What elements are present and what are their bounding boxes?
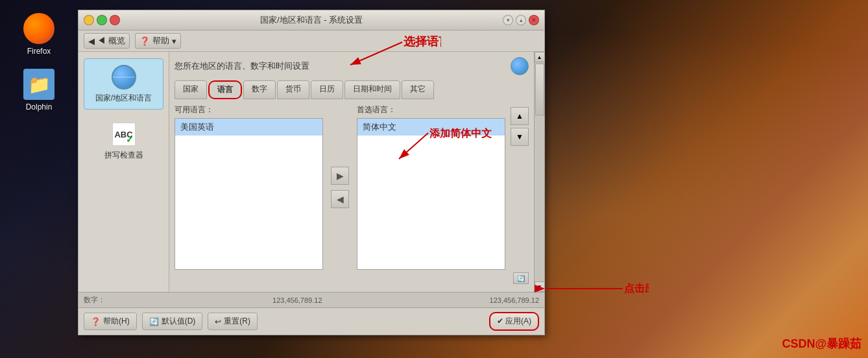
- settings-sidebar: 国家/地区和语言 ABC ✓ 拼写检查器: [78, 52, 169, 292]
- sidebar-item-spell-check[interactable]: ABC ✓ 拼写检查器: [84, 116, 163, 166]
- back-label: ◀ 概览: [97, 35, 125, 47]
- list-item-simplified-chinese[interactable]: 简体中文: [357, 119, 505, 136]
- reset-button[interactable]: ↩ 重置(R): [208, 313, 258, 330]
- main-panel: 您所在地区的语言、数字和时间设置 国家 语言 数字 货币 日历: [169, 52, 534, 292]
- right-scrollbar[interactable]: ▲ ▼: [534, 52, 544, 292]
- dialog-title: 国家/地区和语言 - 系统设置: [120, 14, 503, 26]
- help-btn-label: 帮助(H): [103, 316, 130, 327]
- scroll-down-button[interactable]: ▼: [535, 281, 545, 292]
- transfer-buttons: ▶ ◀: [328, 104, 352, 270]
- close-button[interactable]: [110, 15, 120, 25]
- firefox-icon: [23, 13, 54, 44]
- tab-other[interactable]: 其它: [402, 80, 434, 99]
- back-arrow-icon: ◀: [88, 36, 95, 46]
- available-lang-label: 可用语言：: [175, 104, 323, 115]
- language-lists-container: 可用语言： 美国英语 ▶ ◀ 首选语言：: [175, 104, 529, 270]
- tab-number[interactable]: 数字: [243, 80, 276, 99]
- help-nav-button[interactable]: ❓ 帮助 ▾: [135, 33, 181, 49]
- help-dropdown-icon: ▾: [172, 36, 176, 46]
- maximize-button[interactable]: [97, 15, 107, 25]
- preview-label: 数字：: [84, 295, 105, 305]
- help-button[interactable]: ❓ 帮助(H): [84, 313, 137, 330]
- title-close-btn[interactable]: ✕: [529, 15, 539, 25]
- preview-value2: 123,456,789.12: [490, 296, 539, 304]
- language-tabs: 国家 语言 数字 货币 日历 日期和时间 其它: [175, 80, 529, 99]
- help-btn-icon: ❓: [91, 317, 101, 326]
- tab-currency[interactable]: 货币: [277, 80, 309, 99]
- reset-btn-icon: ↩: [215, 317, 221, 326]
- title-extra-btn2[interactable]: ▴: [516, 15, 526, 25]
- dolphin-icon: 📁: [23, 69, 54, 100]
- panel-header: 您所在地区的语言、数字和时间设置: [175, 57, 529, 75]
- title-extra-btn1[interactable]: ▾: [503, 15, 513, 25]
- available-languages-list[interactable]: 美国英语: [175, 118, 323, 270]
- preferred-languages-list[interactable]: 简体中文: [357, 118, 505, 270]
- title-bar: 国家/地区和语言 - 系统设置 ▾ ▴ ✕: [78, 10, 544, 30]
- apply-btn-label: ✔ 应用(A): [497, 316, 531, 327]
- list-item-us-english[interactable]: 美国英语: [175, 119, 322, 136]
- defaults-btn-label: 默认值(D): [162, 316, 196, 327]
- tab-language[interactable]: 语言: [208, 80, 242, 99]
- panel-header-text: 您所在地区的语言、数字和时间设置: [175, 60, 309, 72]
- dolphin-desktop-icon[interactable]: 📁 Dolphin: [13, 69, 65, 112]
- tab-country[interactable]: 国家: [175, 80, 207, 99]
- help-label: 帮助: [152, 35, 169, 47]
- preferred-lang-label: 首选语言：: [357, 104, 505, 115]
- preview-bar: 数字： 123,456,789.12 123,456,789.12: [78, 292, 544, 307]
- defaults-btn-icon: 🔄: [149, 317, 159, 326]
- desktop-icons-container: Firefox 📁 Dolphin: [13, 13, 65, 112]
- reset-btn-label: 重置(R): [224, 316, 250, 327]
- remove-from-preferred-button[interactable]: ◀: [331, 190, 349, 208]
- preferred-languages-section: 首选语言： 简体中文: [357, 104, 505, 270]
- button-bar: ❓ 帮助(H) 🔄 默认值(D) ↩ 重置(R) ✔ 应用(A): [78, 307, 544, 335]
- scroll-up-button[interactable]: ▲: [535, 52, 545, 62]
- globe-small-icon: [511, 57, 529, 75]
- nav-bar: ◀ ◀ 概览 ❓ 帮助 ▾: [78, 30, 544, 52]
- content-area: 国家/地区和语言 ABC ✓ 拼写检查器 您所在地区的语言、数字和时间设置: [78, 52, 544, 292]
- move-up-button[interactable]: ▲: [511, 107, 529, 125]
- apply-button[interactable]: ✔ 应用(A): [489, 312, 539, 331]
- add-to-preferred-button[interactable]: ▶: [331, 167, 349, 185]
- system-settings-dialog: 国家/地区和语言 - 系统设置 ▾ ▴ ✕ ◀ ◀ 概览 ❓ 帮助 ▾ 国家/地…: [78, 10, 545, 335]
- window-controls: [84, 15, 120, 25]
- firefox-desktop-icon[interactable]: Firefox: [13, 13, 65, 56]
- restore-button[interactable]: 🔄: [513, 272, 529, 284]
- available-languages-section: 可用语言： 美国英语: [175, 104, 323, 270]
- move-down-button[interactable]: ▼: [511, 128, 529, 146]
- sidebar-region-label: 国家/地区和语言: [95, 93, 152, 104]
- preview-value1: 123,456,789.12: [272, 296, 322, 304]
- restore-row: 🔄: [175, 270, 529, 287]
- back-button[interactable]: ◀ ◀ 概览: [84, 33, 130, 49]
- tab-calendar[interactable]: 日历: [311, 80, 343, 99]
- dolphin-label: Dolphin: [26, 102, 53, 112]
- scrollbar-thumb[interactable]: [535, 64, 544, 115]
- defaults-button[interactable]: 🔄 默认值(D): [142, 313, 203, 330]
- sidebar-spellcheck-label: 拼写检查器: [104, 150, 143, 161]
- globe-icon: [111, 64, 137, 90]
- help-icon: ❓: [139, 36, 150, 46]
- firefox-label: Firefox: [27, 47, 51, 56]
- tab-datetime[interactable]: 日期和时间: [344, 80, 400, 99]
- sidebar-item-region-language[interactable]: 国家/地区和语言: [84, 58, 163, 110]
- spellcheck-icon: ABC ✓: [111, 121, 137, 147]
- preferred-controls: ▲ ▼: [511, 104, 529, 270]
- minimize-button[interactable]: [84, 15, 94, 25]
